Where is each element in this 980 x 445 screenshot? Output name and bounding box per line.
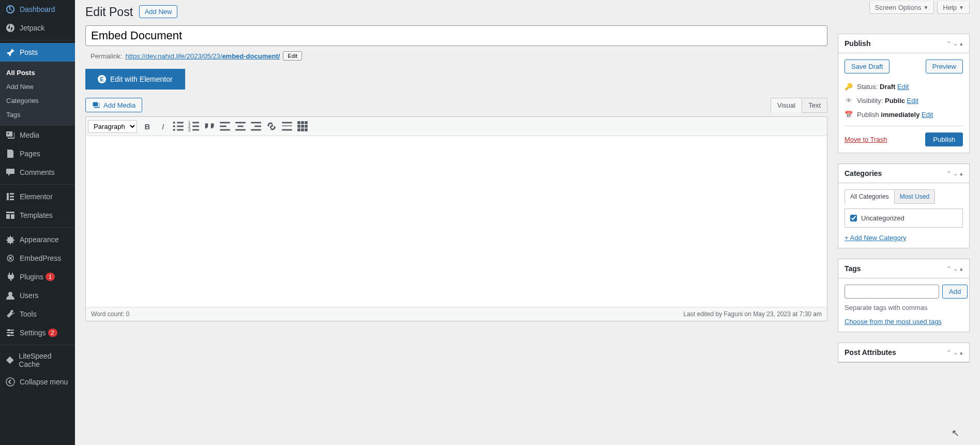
menu-embedpress[interactable]: EmbedPress [0,249,75,268]
format-select[interactable]: Paragraph [88,120,137,133]
menu-collapse[interactable]: Collapse menu [0,373,75,391]
most-used-tab[interactable]: Most Used [895,189,935,204]
edit-with-elementor-button[interactable]: E Edit with Elementor [85,69,185,90]
media-icon [5,130,16,140]
tag-input[interactable] [845,285,939,299]
menu-media[interactable]: Media [0,126,75,144]
post-attributes-title: Post Attributes [845,348,896,357]
submenu-categories[interactable]: Categories [0,94,75,108]
panel-down-icon[interactable]: ⌄ [953,170,958,177]
bullet-list-button[interactable] [171,119,186,134]
save-draft-button[interactable]: Save Draft [845,60,889,73]
caret-down-icon: ▼ [959,5,964,10]
post-title-input[interactable] [85,25,827,46]
menu-posts[interactable]: Posts [0,43,75,62]
publish-button[interactable]: Publish [925,132,963,146]
link-button[interactable] [264,119,279,134]
add-new-category-link[interactable]: + Add New Category [845,234,907,242]
permalink-edit-button[interactable]: Edit [283,51,302,61]
panel-up-icon[interactable]: ⌃ [946,349,951,356]
align-right-button[interactable] [249,119,263,134]
menu-dashboard[interactable]: Dashboard [0,0,75,19]
panel-toggle-icon[interactable]: ▴ [960,349,963,356]
svg-rect-44 [297,128,300,131]
panel-toggle-icon[interactable]: ▴ [960,170,963,177]
screen-options-button[interactable]: Screen Options▼ [869,2,934,14]
svg-rect-42 [301,125,304,128]
submenu-add-new[interactable]: Add New [0,80,75,94]
panel-down-icon[interactable]: ⌄ [953,40,958,47]
category-checkbox[interactable] [850,215,857,221]
readmore-button[interactable] [280,119,294,134]
svg-point-16 [173,125,175,127]
svg-rect-45 [301,128,304,131]
menu-users[interactable]: Users [0,286,75,305]
bold-button[interactable]: B [140,119,155,134]
menu-tools[interactable]: Tools [0,305,75,323]
align-center-button[interactable] [233,119,248,134]
svg-rect-29 [235,122,246,124]
menu-templates[interactable]: Templates [0,206,75,225]
calendar-icon: 📅 [845,111,853,118]
svg-rect-39 [301,121,304,124]
add-tag-button[interactable]: Add [942,285,968,299]
add-new-button[interactable]: Add New [139,5,178,18]
svg-rect-21 [192,122,199,124]
menu-litespeed[interactable]: LiteSpeed Cache [0,348,75,373]
category-item[interactable]: Uncategorized [850,214,957,222]
templates-icon [5,210,16,220]
quote-button[interactable] [202,119,217,134]
menu-elementor[interactable]: Elementor [0,187,75,206]
menu-plugins[interactable]: Plugins1 [0,268,75,286]
svg-rect-19 [177,129,184,131]
numbered-list-button[interactable]: 123 [187,119,201,134]
panel-up-icon[interactable]: ⌃ [946,40,951,47]
editor-body[interactable] [86,136,827,307]
align-left-button[interactable] [218,119,232,134]
categories-panel: Categories ⌃⌄▴ All Categories Most Used … [838,164,970,248]
schedule-edit-link[interactable]: Edit [922,111,933,118]
svg-rect-34 [251,129,261,131]
svg-rect-27 [220,126,227,127]
admin-sidebar: Dashboard Jetpack Posts All Posts Add Ne… [0,0,75,445]
panel-down-icon[interactable]: ⌄ [953,349,958,356]
choose-tags-link[interactable]: Choose from the most used tags [845,318,942,325]
panel-up-icon[interactable]: ⌃ [946,170,951,177]
menu-label: Jetpack [20,24,44,32]
svg-rect-3 [10,193,14,195]
svg-rect-5 [10,199,14,200]
status-edit-link[interactable]: Edit [897,83,909,91]
jetpack-icon [5,23,16,33]
menu-settings[interactable]: Settings2 [0,323,75,342]
text-tab[interactable]: Text [802,98,827,113]
publish-title: Publish [845,39,871,48]
visibility-edit-link[interactable]: Edit [907,97,918,105]
toolbar-toggle-button[interactable] [295,119,310,134]
page-title: Edit Post [85,5,133,19]
editor-toolbar: Paragraph B I 123 [86,117,827,136]
svg-rect-41 [297,125,300,128]
all-categories-tab[interactable]: All Categories [845,189,895,204]
menu-comments[interactable]: Comments [0,163,75,182]
visual-tab[interactable]: Visual [771,98,802,113]
submenu-tags[interactable]: Tags [0,108,75,122]
submenu-all-posts[interactable]: All Posts [0,66,75,80]
cursor-icon: ↖ [952,427,959,439]
panel-toggle-icon[interactable]: ▴ [960,40,963,47]
panel-up-icon[interactable]: ⌃ [946,265,951,272]
menu-pages[interactable]: Pages [0,144,75,163]
preview-button[interactable]: Preview [926,60,963,73]
panel-toggle-icon[interactable]: ▴ [960,265,963,272]
permalink-link[interactable]: https://dev.nahid.life/2023/05/23/embed-… [125,52,280,60]
menu-appearance[interactable]: Appearance [0,230,75,249]
help-button[interactable]: Help▼ [937,2,970,14]
svg-rect-4 [10,196,14,198]
move-to-trash-link[interactable]: Move to Trash [845,136,887,143]
italic-button[interactable]: I [156,119,170,134]
pin-icon [5,47,16,57]
panel-down-icon[interactable]: ⌄ [953,265,958,272]
add-media-button[interactable]: Add Media [85,98,142,112]
svg-point-0 [6,24,14,32]
menu-label: Appearance [20,235,59,244]
menu-jetpack[interactable]: Jetpack [0,19,75,37]
